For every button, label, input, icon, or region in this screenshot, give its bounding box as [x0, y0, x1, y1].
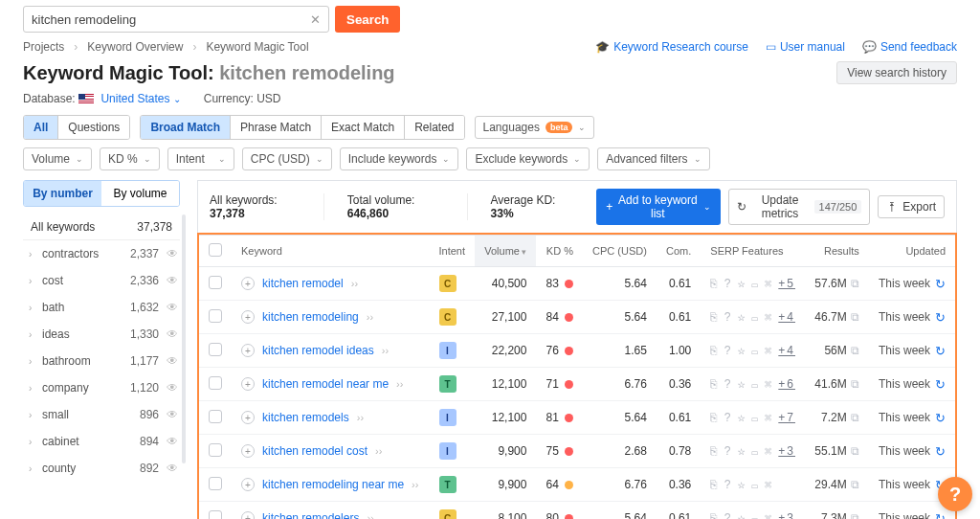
- double-chevron-icon[interactable]: ››: [351, 278, 358, 289]
- keyword-link[interactable]: kitchen remodeling: [262, 310, 359, 324]
- sidebar-group-item[interactable]: ›bath1,632👁: [23, 294, 180, 321]
- add-keyword-icon[interactable]: +: [241, 478, 255, 491]
- search-button[interactable]: Search: [335, 6, 400, 33]
- serp-features[interactable]: ⎘ ? ☆ ▭ ⌘ +3: [710, 444, 795, 458]
- refresh-icon[interactable]: ↻: [935, 277, 946, 291]
- col-kd[interactable]: KD %: [536, 236, 582, 267]
- eye-icon[interactable]: 👁: [167, 301, 178, 314]
- filter-include-keywords[interactable]: Include keywords⌄: [340, 147, 459, 170]
- serp-more-count[interactable]: +7: [778, 411, 795, 424]
- serp-features[interactable]: ⎘ ? ☆ ▭ ⌘ +4: [710, 310, 795, 324]
- breadcrumb-overview[interactable]: Keyword Overview: [87, 40, 183, 54]
- double-chevron-icon[interactable]: ››: [357, 412, 364, 423]
- database-selector[interactable]: Database: United States ⌄: [23, 92, 181, 105]
- sidebar-group-item[interactable]: ›contractors2,337👁: [23, 240, 180, 267]
- copy-icon[interactable]: ⧉: [851, 310, 859, 324]
- add-keyword-icon[interactable]: +: [241, 344, 255, 357]
- add-keyword-icon[interactable]: +: [241, 310, 255, 324]
- row-checkbox[interactable]: [209, 477, 222, 490]
- tab-related[interactable]: Related: [405, 116, 463, 139]
- eye-icon[interactable]: 👁: [167, 274, 178, 287]
- sidebar-all-keywords[interactable]: All keywords 37,378: [23, 214, 180, 240]
- eye-icon[interactable]: 👁: [167, 381, 178, 395]
- col-cpc[interactable]: CPC (USD): [583, 236, 657, 267]
- double-chevron-icon[interactable]: ››: [367, 311, 373, 323]
- serp-features[interactable]: ⎘ ? ☆ ▭ ⌘ +4: [710, 344, 795, 357]
- serp-features[interactable]: ⎘ ? ☆ ▭ ⌘: [710, 478, 773, 491]
- refresh-icon[interactable]: ↻: [935, 344, 946, 358]
- keyword-link[interactable]: kitchen remodels: [262, 411, 349, 424]
- keyword-link[interactable]: kitchen remodelers: [262, 511, 359, 519]
- eye-icon[interactable]: 👁: [167, 435, 178, 448]
- double-chevron-icon[interactable]: ››: [375, 445, 382, 457]
- sidebar-group-item[interactable]: ›bathroom1,177👁: [23, 348, 180, 374]
- eye-icon[interactable]: 👁: [167, 408, 178, 421]
- update-metrics-button[interactable]: ↻ Update metrics 147/250: [728, 189, 871, 225]
- col-com[interactable]: Com.: [657, 236, 701, 267]
- row-checkbox[interactable]: [209, 309, 222, 323]
- tab-all[interactable]: All: [24, 116, 58, 139]
- add-keyword-icon[interactable]: +: [241, 377, 255, 391]
- sort-by-number[interactable]: By number: [24, 181, 101, 206]
- sort-by-volume[interactable]: By volume: [101, 181, 179, 206]
- eye-icon[interactable]: 👁: [167, 247, 178, 260]
- serp-more-count[interactable]: +3: [778, 444, 795, 458]
- link-user-manual[interactable]: ▭User manual: [766, 40, 845, 54]
- double-chevron-icon[interactable]: ››: [367, 512, 373, 519]
- refresh-icon[interactable]: ↻: [935, 310, 946, 325]
- keyword-link[interactable]: kitchen remodel cost: [262, 444, 368, 458]
- filter-advanced[interactable]: Advanced filters⌄: [597, 147, 709, 170]
- copy-icon[interactable]: ⧉: [851, 411, 859, 424]
- serp-more-count[interactable]: +5: [778, 277, 795, 290]
- copy-icon[interactable]: ⧉: [851, 277, 859, 290]
- row-checkbox[interactable]: [209, 276, 222, 289]
- serp-features[interactable]: ⎘ ? ☆ ▭ ⌘ +5: [710, 277, 795, 290]
- refresh-icon[interactable]: ↻: [935, 511, 946, 520]
- search-input[interactable]: kitchen remodeling ✕: [23, 6, 329, 33]
- help-button[interactable]: ?: [938, 477, 972, 511]
- col-updated[interactable]: Updated: [869, 236, 955, 267]
- tab-questions[interactable]: Questions: [58, 116, 129, 139]
- col-results[interactable]: Results: [805, 236, 869, 267]
- row-checkbox[interactable]: [209, 376, 222, 390]
- breadcrumb-projects[interactable]: Projects: [23, 40, 64, 54]
- link-research-course[interactable]: 🎓Keyword Research course: [595, 40, 748, 54]
- copy-icon[interactable]: ⧉: [851, 511, 859, 519]
- eye-icon[interactable]: 👁: [167, 327, 178, 341]
- serp-features[interactable]: ⎘ ? ☆ ▭ ⌘ +6: [710, 377, 795, 391]
- sidebar-group-item[interactable]: ›cost2,336👁: [23, 267, 180, 294]
- add-keyword-icon[interactable]: +: [241, 444, 255, 458]
- eye-icon[interactable]: 👁: [167, 462, 178, 475]
- languages-filter[interactable]: Languages beta ⌄: [475, 116, 595, 139]
- copy-icon[interactable]: ⧉: [851, 344, 859, 357]
- sidebar-group-item[interactable]: ›ideas1,330👁: [23, 321, 180, 348]
- double-chevron-icon[interactable]: ››: [396, 378, 403, 390]
- keyword-link[interactable]: kitchen remodel near me: [262, 377, 389, 391]
- row-checkbox[interactable]: [209, 343, 222, 356]
- link-send-feedback[interactable]: 💬Send feedback: [862, 40, 957, 54]
- row-checkbox[interactable]: [209, 410, 222, 423]
- keyword-link[interactable]: kitchen remodeling near me: [262, 478, 404, 491]
- serp-features[interactable]: ⎘ ? ☆ ▭ ⌘ +3: [710, 511, 795, 519]
- copy-icon[interactable]: ⧉: [851, 377, 859, 391]
- col-keyword[interactable]: Keyword: [232, 236, 430, 267]
- serp-features[interactable]: ⎘ ? ☆ ▭ ⌘ +7: [710, 411, 795, 424]
- tab-exact-match[interactable]: Exact Match: [322, 116, 405, 139]
- double-chevron-icon[interactable]: ››: [412, 479, 418, 490]
- copy-icon[interactable]: ⧉: [851, 444, 859, 458]
- col-serp-features[interactable]: SERP Features: [701, 236, 805, 267]
- view-history-button[interactable]: View search history: [836, 61, 957, 84]
- add-to-keyword-list-button[interactable]: + Add to keyword list ⌄: [596, 189, 720, 225]
- add-keyword-icon[interactable]: +: [241, 511, 255, 519]
- sidebar-group-item[interactable]: ›company1,120👁: [23, 374, 180, 401]
- filter-intent[interactable]: Intent⌄: [167, 147, 234, 170]
- serp-more-count[interactable]: +3: [778, 511, 795, 519]
- row-checkbox[interactable]: [209, 443, 222, 457]
- add-keyword-icon[interactable]: +: [241, 277, 255, 290]
- serp-more-count[interactable]: +6: [778, 377, 795, 391]
- sidebar-group-item[interactable]: ›cabinet894👁: [23, 428, 180, 455]
- export-button[interactable]: ⭱ Export: [878, 195, 945, 218]
- row-checkbox[interactable]: [209, 510, 222, 520]
- serp-more-count[interactable]: +4: [778, 344, 795, 357]
- keyword-link[interactable]: kitchen remodel ideas: [262, 344, 374, 357]
